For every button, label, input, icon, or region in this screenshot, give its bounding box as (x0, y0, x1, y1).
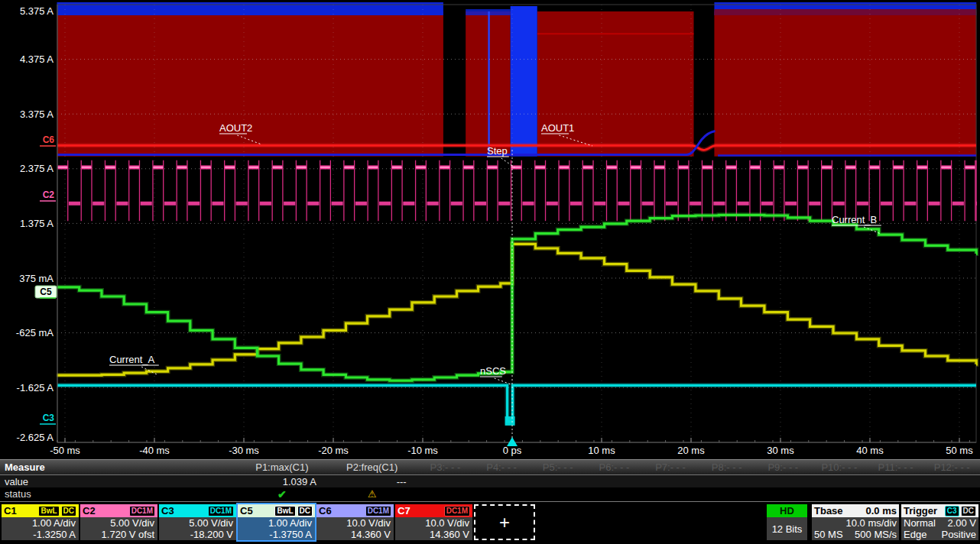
measure-p11-header[interactable]: P11:- - - (868, 461, 924, 473)
aout-pwm-envelope (714, 11, 976, 157)
measure-p8-header[interactable]: P8:- - - (699, 461, 755, 473)
trigger-level: 2.00 V (947, 517, 976, 529)
trigger-badge-dc: DC (961, 506, 976, 516)
measure-p5-header[interactable]: P5:- - - (530, 461, 586, 473)
channel-box-c2[interactable]: C2DC1M5.00 V/div1.720 V ofst (80, 504, 157, 540)
timebase-box[interactable]: Tbase 0.0 ms 10.0 ms/div 50 MS 500 MS/s (812, 504, 899, 540)
measure-status-columns: ✔⚠ (237, 487, 980, 500)
y-axis-label: 375 mA (19, 273, 54, 284)
channel-offset: -18.200 V (162, 529, 233, 540)
measure-value-columns: 1.039 A--- (237, 475, 980, 487)
channel-id-label: C5 (240, 505, 253, 516)
status-ok-icon: ✔ (277, 488, 287, 500)
measure-p7-header[interactable]: P7:- - - (642, 461, 699, 473)
trace-label-current_b: Current_B (832, 214, 877, 225)
channel-offset: 1.720 V ofst (83, 529, 154, 540)
x-axis-label: 10 ms (588, 445, 615, 456)
trigger-label: Trigger (904, 505, 937, 516)
nscs-pulse-blob (505, 416, 515, 426)
channel-id-label: C3 (161, 505, 174, 516)
channel-box-c7[interactable]: C7DC1M10.0 V/div14.360 V (395, 504, 472, 540)
waveform-grid[interactable]: 5.375 A4.375 A3.375 A2.375 A1.375 A375 m… (0, 0, 980, 459)
x-axis-label: -50 ms (50, 445, 80, 456)
channel-badge-dc1m: DC1M (208, 506, 234, 516)
channel-scale: 5.00 V/div (162, 517, 233, 529)
channel-scale: 10.0 V/div (320, 517, 391, 529)
measure-p2-value: --- (327, 476, 417, 487)
y-axis-label: 5.375 A (20, 5, 54, 17)
aout-red-top-mix (714, 9, 976, 15)
channel-id-label: C7 (398, 505, 410, 516)
x-axis-label: 30 ms (767, 445, 794, 456)
trace-label-aout1: AOUT1 (541, 122, 574, 134)
measure-title: Measure (0, 461, 237, 473)
aout-thin-blue-line (488, 11, 489, 157)
measure-header-row: Measure P1:max(C1)P2:freq(C1)P3:- - -P4:… (0, 459, 980, 475)
measure-p6-header[interactable]: P6:- - - (586, 461, 643, 473)
timebase-label: Tbase (814, 505, 843, 516)
measure-p2-status: ⚠ (327, 488, 417, 500)
y-axis-label: -2.625 A (17, 432, 54, 443)
hd-bits-value: 12 Bits (767, 517, 807, 540)
measure-value-row-label: value (0, 476, 237, 487)
trigger-box[interactable]: Trigger C3DC Normal 2.00 V Edge Positive (901, 504, 978, 540)
x-axis-label: 50 ms (946, 445, 973, 456)
aout-pwm-envelope (57, 11, 443, 157)
x-axis-label: -40 ms (139, 445, 170, 456)
trace-label-nscs: nSCS (480, 365, 506, 377)
channel-id-label: C1 (4, 505, 17, 516)
measure-p4-header[interactable]: P4:- - - (473, 461, 530, 473)
channel-scale: 5.00 V/div (83, 517, 154, 529)
measure-p9-header[interactable]: P9:- - - (754, 461, 811, 473)
channel-offset: 14.360 V (320, 529, 391, 540)
measure-p1-value: 1.039 A (237, 476, 327, 487)
y-axis-label: 4.375 A (20, 53, 54, 65)
channel-box-c5[interactable]: C5BwLDC1.00 A/div-1.3750 A (238, 504, 315, 540)
timebase-samples: 50 MS (814, 529, 843, 540)
x-axis-label: -20 ms (318, 445, 349, 456)
channel-marker-C6[interactable]: C6 (43, 134, 55, 145)
measure-p1-header[interactable]: P1:max(C1) (237, 461, 327, 473)
measure-p3-header[interactable]: P3:- - - (417, 461, 474, 473)
trigger-slope: Positive (941, 529, 976, 540)
measure-header-columns: P1:max(C1)P2:freq(C1)P3:- - -P4:- - -P5:… (237, 460, 980, 474)
channel-id-label: C2 (83, 505, 96, 516)
status-warning-icon: ⚠ (368, 488, 377, 500)
timebase-rate: 500 MS/s (855, 529, 897, 540)
channel-box-c6[interactable]: C6DC1M10.0 V/div14.360 V (316, 504, 394, 540)
y-axis-label: -1.625 A (17, 382, 54, 393)
measure-p2-header[interactable]: P2:freq(C1) (327, 461, 417, 473)
channel-badge-dc1m: DC1M (365, 506, 391, 516)
trace-label-current_a: Current_A (109, 354, 155, 365)
oscilloscope-screen: 5.375 A4.375 A3.375 A2.375 A1.375 A375 m… (0, 0, 980, 544)
x-axis-label: 40 ms (856, 445, 884, 456)
channel-scale: 1.00 A/div (241, 517, 312, 529)
timebase-offset: 0.0 ms (866, 505, 897, 516)
channel-scale: 1.00 A/div (5, 517, 76, 529)
trace-label-aout2: AOUT2 (219, 122, 252, 134)
channel-offset: -1.3750 A (241, 529, 312, 540)
bottom-bar: C1BwLDC1.00 A/div-1.3250 AC2DC1M5.00 V/d… (0, 501, 980, 544)
channel-box-c3[interactable]: C3DC1M5.00 V/div-18.200 V (159, 504, 236, 540)
channel-badge-dc: DC (61, 506, 76, 516)
timebase-per-div: 10.0 ms/div (814, 517, 897, 529)
add-channel-button[interactable]: + (474, 504, 535, 540)
trigger-type: Edge (904, 529, 926, 540)
measure-p12-header[interactable]: P12:- - - (923, 461, 980, 473)
channel-marker-C3[interactable]: C3 (43, 413, 55, 423)
channel-badge-bwl: BwL (38, 506, 59, 516)
x-axis-label: 0 ps (503, 445, 522, 456)
channel-marker-C2[interactable]: C2 (43, 189, 55, 200)
channel-box-c1[interactable]: C1BwLDC1.00 A/div-1.3250 A (2, 504, 79, 540)
channel-marker-C5[interactable]: C5 (40, 287, 52, 297)
channel-offset: 14.360 V (398, 529, 469, 540)
y-axis-label: 3.375 A (20, 108, 54, 120)
channel-badge-dc1m: DC1M (129, 506, 155, 516)
measure-status-row: status ✔⚠ (0, 487, 980, 500)
channel-offset: -1.3250 A (5, 529, 76, 540)
hd-mode-box[interactable]: HD 12 Bits (767, 504, 807, 540)
y-axis-label: -625 mA (16, 327, 54, 338)
measure-p10-header[interactable]: P10:- - - (811, 461, 868, 473)
x-axis-label: -30 ms (229, 445, 259, 456)
y-axis-label: 2.375 A (20, 163, 54, 174)
